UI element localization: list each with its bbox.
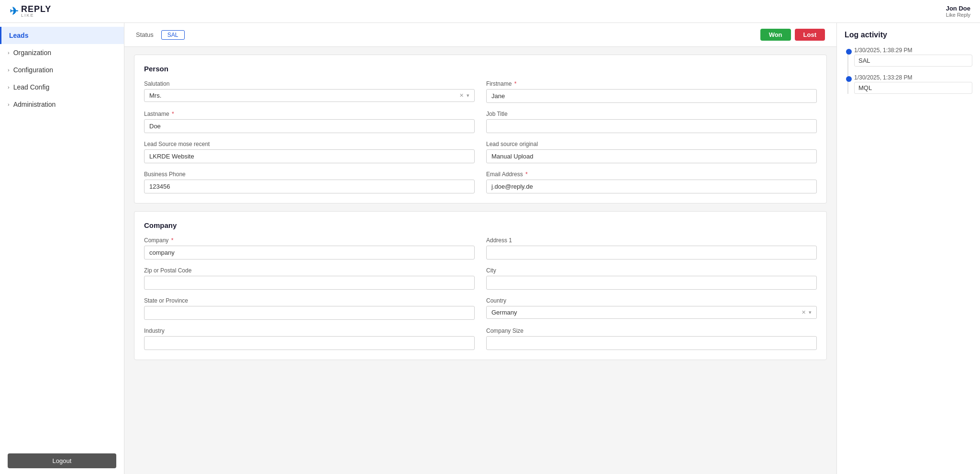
country-controls: ✕ ▾ — [802, 309, 812, 316]
email-required: * — [525, 171, 528, 178]
salutation-value: Mrs. — [149, 92, 459, 99]
sidebar-item-organization[interactable]: › Organization — [0, 44, 124, 61]
log-timeline: 1/30/2025, 1:38:29 PM SAL 1/30/2025, 1:3… — [845, 47, 972, 94]
firstname-input[interactable] — [486, 89, 817, 103]
salutation-group: Salutation Mrs. ✕ ▾ — [144, 80, 475, 103]
lost-button[interactable]: Lost — [795, 29, 825, 41]
person-section: Person Salutation Mrs. ✕ ▾ — [134, 55, 827, 203]
log-panel: Log activity 1/30/2025, 1:38:29 PM SAL 1… — [836, 23, 980, 474]
email-address-label: Email Address * — [486, 171, 817, 178]
company-size-group: Company Size — [486, 327, 817, 350]
log-date-1: 1/30/2025, 1:33:28 PM — [854, 74, 972, 81]
business-phone-input[interactable] — [144, 180, 475, 193]
person-section-title: Person — [144, 65, 817, 73]
lead-source-recent-group: Lead Source mose recent — [144, 141, 475, 163]
salutation-select[interactable]: Mrs. ✕ ▾ — [144, 89, 475, 102]
person-form-grid: Salutation Mrs. ✕ ▾ Firstname — [144, 80, 817, 193]
company-size-input[interactable] — [486, 336, 817, 350]
state-input[interactable] — [144, 306, 475, 320]
company-required: * — [171, 237, 174, 244]
status-label: Status — [136, 31, 154, 38]
zip-input[interactable] — [144, 276, 475, 290]
logo-text: REPLY LIKE — [21, 5, 51, 18]
lastname-label: Lastname * — [144, 111, 475, 117]
user-info: Jon Doe Like Reply — [946, 5, 970, 18]
country-value: Germany — [491, 309, 802, 316]
chevron-icon-organization: › — [8, 50, 10, 56]
lead-source-original-input[interactable] — [486, 149, 817, 163]
user-name: Jon Doe — [946, 5, 970, 12]
address1-group: Address 1 — [486, 237, 817, 260]
company-label: Company * — [144, 237, 475, 244]
log-dot-0 — [846, 49, 852, 55]
city-input[interactable] — [486, 276, 817, 290]
sidebar: Leads › Organization › Configuration › L… — [0, 23, 124, 474]
log-date-0: 1/30/2025, 1:38:29 PM — [854, 47, 972, 54]
zip-label: Zip or Postal Code — [144, 267, 475, 274]
company-group: Company * — [144, 237, 475, 260]
user-sub: Like Reply — [946, 12, 970, 18]
sidebar-item-label-leads: Leads — [9, 32, 28, 39]
lead-source-recent-input[interactable] — [144, 149, 475, 163]
sidebar-item-leads[interactable]: Leads — [0, 27, 124, 44]
chevron-icon-configuration: › — [8, 67, 10, 73]
clear-country-icon[interactable]: ✕ — [802, 309, 806, 316]
logo-reply-text: REPLY — [21, 5, 51, 13]
chevron-down-icon[interactable]: ▾ — [467, 92, 469, 99]
industry-group: Industry — [144, 327, 475, 350]
log-dot-1 — [846, 76, 852, 82]
address1-input[interactable] — [486, 246, 817, 260]
sidebar-item-configuration[interactable]: › Configuration — [0, 61, 124, 79]
company-form-grid: Company * Address 1 Zip or Postal Code — [144, 237, 817, 350]
lead-source-original-group: Lead source original — [486, 141, 817, 163]
sidebar-item-administration[interactable]: › Administration — [0, 96, 124, 113]
firstname-label: Firstname * — [486, 80, 817, 87]
topbar: ✈ REPLY LIKE Jon Doe Like Reply — [0, 0, 980, 23]
sidebar-item-label-administration: Administration — [13, 101, 56, 108]
company-section: Company Company * Address 1 — [134, 211, 827, 360]
chevron-down-country-icon[interactable]: ▾ — [809, 309, 812, 316]
industry-label: Industry — [144, 327, 475, 334]
business-phone-label: Business Phone — [144, 171, 475, 178]
main-layout: Leads › Organization › Configuration › L… — [0, 23, 980, 474]
logout-button[interactable]: Logout — [8, 453, 116, 468]
firstname-required: * — [514, 80, 517, 87]
country-select[interactable]: Germany ✕ ▾ — [486, 306, 817, 319]
email-address-group: Email Address * — [486, 171, 817, 193]
country-label: Country — [486, 297, 817, 304]
lead-source-recent-label: Lead Source mose recent — [144, 141, 475, 147]
sidebar-item-label-organization: Organization — [13, 49, 51, 56]
lastname-required: * — [172, 111, 174, 117]
company-size-label: Company Size — [486, 327, 817, 334]
city-group: City — [486, 267, 817, 290]
status-actions: Won Lost — [760, 29, 825, 41]
business-phone-group: Business Phone — [144, 171, 475, 193]
country-group: Country Germany ✕ ▾ — [486, 297, 817, 320]
clear-icon[interactable]: ✕ — [459, 92, 464, 99]
email-address-input[interactable] — [486, 180, 817, 193]
lastname-input[interactable] — [144, 119, 475, 133]
chevron-icon-administration: › — [8, 102, 10, 107]
industry-input[interactable] — [144, 336, 475, 350]
sidebar-item-label-lead-config: Lead Config — [13, 83, 50, 91]
sidebar-logout: Logout — [0, 448, 124, 474]
logo: ✈ REPLY LIKE — [10, 5, 51, 18]
sidebar-item-label-configuration: Configuration — [13, 66, 53, 74]
form-area: Status SAL Won Lost Person Salutation Mr… — [124, 23, 836, 474]
status-bar: Status SAL Won Lost — [124, 23, 836, 47]
sidebar-item-lead-config[interactable]: › Lead Config — [0, 79, 124, 96]
address1-label: Address 1 — [486, 237, 817, 244]
log-item-1: 1/30/2025, 1:33:28 PM MQL — [854, 74, 972, 94]
won-button[interactable]: Won — [760, 29, 791, 41]
log-item-0: 1/30/2025, 1:38:29 PM SAL — [854, 47, 972, 67]
logo-like-text: LIKE — [21, 13, 51, 18]
job-title-input[interactable] — [486, 119, 817, 133]
salutation-controls: ✕ ▾ — [459, 92, 469, 99]
logo-icon: ✈ — [10, 5, 18, 18]
company-input[interactable] — [144, 246, 475, 260]
state-group: State or Province — [144, 297, 475, 320]
state-label: State or Province — [144, 297, 475, 304]
content-area: Status SAL Won Lost Person Salutation Mr… — [124, 23, 980, 474]
lead-source-original-label: Lead source original — [486, 141, 817, 147]
firstname-group: Firstname * — [486, 80, 817, 103]
